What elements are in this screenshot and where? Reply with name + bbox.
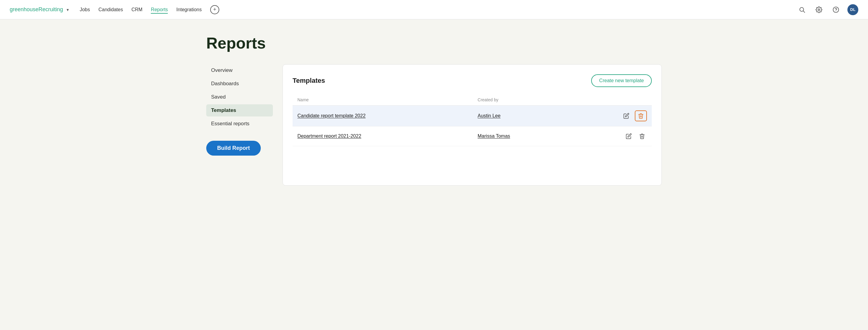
templates-table: Name Created by Candidate report templat… bbox=[292, 94, 652, 146]
col-created-by-header: Created by bbox=[473, 94, 570, 106]
template-actions-cell bbox=[570, 106, 652, 127]
build-report-button[interactable]: Build Report bbox=[206, 141, 261, 156]
trash-icon bbox=[638, 113, 644, 119]
edit-template-button[interactable] bbox=[621, 111, 631, 121]
logo-area: greenhouseRecruiting ▾ bbox=[10, 6, 70, 13]
content-layout: Overview Dashboards Saved Templates Esse… bbox=[206, 64, 662, 186]
sidebar-item-saved[interactable]: Saved bbox=[206, 91, 273, 103]
template-created-by-link[interactable]: Austin Lee bbox=[477, 113, 501, 118]
template-name-link[interactable]: Department report 2021-2022 bbox=[298, 134, 361, 139]
search-icon bbox=[799, 6, 805, 13]
row-actions bbox=[575, 131, 647, 141]
create-template-button[interactable]: Create new template bbox=[591, 74, 652, 87]
top-nav: greenhouseRecruiting ▾ Jobs Candidates C… bbox=[0, 0, 868, 20]
edit-template-button[interactable] bbox=[624, 131, 633, 141]
template-actions-cell bbox=[570, 127, 652, 146]
logo-dropdown-button[interactable]: ▾ bbox=[65, 6, 70, 13]
pencil-icon bbox=[623, 113, 629, 119]
settings-button[interactable] bbox=[813, 4, 825, 15]
trash-icon bbox=[639, 133, 645, 139]
template-name-link[interactable]: Candidate report template 2022 bbox=[298, 113, 366, 118]
pencil-icon bbox=[626, 133, 632, 139]
template-created-by-link[interactable]: Marissa Tomas bbox=[477, 134, 510, 139]
sidebar-item-essential-reports[interactable]: Essential reports bbox=[206, 118, 273, 130]
search-button[interactable] bbox=[797, 4, 807, 15]
nav-item-crm[interactable]: CRM bbox=[131, 6, 142, 13]
templates-header: Templates Create new template bbox=[292, 74, 652, 87]
sidebar-item-dashboards[interactable]: Dashboards bbox=[206, 78, 273, 90]
nav-item-integrations[interactable]: Integrations bbox=[176, 6, 202, 13]
sidebar-item-overview[interactable]: Overview bbox=[206, 64, 273, 77]
help-button[interactable] bbox=[831, 4, 841, 15]
template-name-cell: Candidate report template 2022 bbox=[292, 106, 473, 127]
page-title: Reports bbox=[206, 34, 662, 52]
sidebar: Overview Dashboards Saved Templates Esse… bbox=[206, 64, 273, 156]
delete-template-button[interactable] bbox=[635, 110, 647, 121]
template-name-cell: Department report 2021-2022 bbox=[292, 127, 473, 146]
nav-item-candidates[interactable]: Candidates bbox=[98, 6, 123, 13]
svg-line-1 bbox=[803, 11, 805, 12]
delete-template-button[interactable] bbox=[637, 131, 647, 141]
page-container: Reports Overview Dashboards Saved Templa… bbox=[192, 20, 676, 200]
nav-right: DL bbox=[797, 4, 858, 15]
table-row: Candidate report template 2022Austin Lee bbox=[292, 106, 652, 127]
nav-add-button[interactable]: + bbox=[210, 5, 219, 14]
sidebar-item-templates[interactable]: Templates bbox=[206, 104, 273, 116]
nav-item-reports[interactable]: Reports bbox=[151, 6, 168, 13]
col-name-header: Name bbox=[292, 94, 473, 106]
nav-links: Jobs Candidates CRM Reports Integrations… bbox=[80, 5, 787, 14]
main-content: Templates Create new template Name Creat… bbox=[283, 64, 662, 186]
table-row: Department report 2021-2022Marissa Tomas bbox=[292, 127, 652, 146]
template-created-by-cell: Marissa Tomas bbox=[473, 127, 570, 146]
nav-item-jobs[interactable]: Jobs bbox=[80, 6, 90, 13]
templates-panel-title: Templates bbox=[292, 77, 325, 85]
user-avatar-button[interactable]: DL bbox=[847, 4, 858, 15]
col-actions-header bbox=[570, 94, 652, 106]
row-actions bbox=[575, 110, 647, 121]
gear-icon bbox=[816, 6, 822, 13]
logo-text: greenhouseRecruiting bbox=[10, 6, 63, 13]
template-created-by-cell: Austin Lee bbox=[473, 106, 570, 127]
svg-point-2 bbox=[818, 9, 820, 10]
help-icon bbox=[833, 6, 839, 13]
